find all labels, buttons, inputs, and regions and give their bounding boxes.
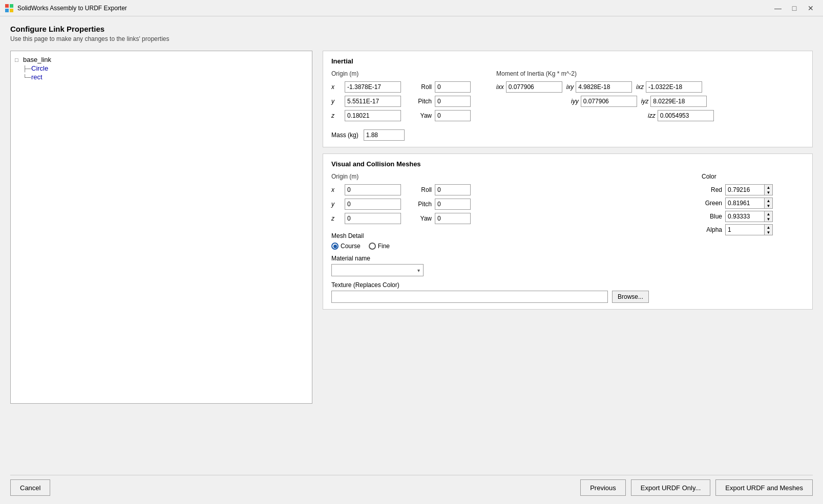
- z-row: z: [331, 110, 401, 121]
- body-area: □ base_link ├─ Circle └─ rect Inertial: [10, 51, 813, 471]
- page-title: Configure Link Properties: [10, 25, 813, 33]
- minimize-button[interactable]: —: [771, 3, 785, 13]
- mass-row: Mass (kg): [331, 129, 804, 141]
- vcm-yaw-input[interactable]: [435, 213, 471, 224]
- chevron-down-icon: ▾: [417, 268, 420, 273]
- ixy-input[interactable]: [576, 81, 632, 93]
- iyz-cell: iyz: [641, 96, 707, 107]
- blue-up-button[interactable]: ▲: [764, 211, 772, 216]
- vcm-roll-label: Roll: [416, 186, 432, 193]
- blue-spinner: ▲ ▼: [764, 211, 772, 222]
- y-label: y: [331, 98, 342, 105]
- close-button[interactable]: ✕: [804, 3, 818, 13]
- fine-radio-circle[interactable]: [369, 243, 376, 250]
- export-urdf-meshes-button[interactable]: Export URDF and Meshes: [715, 479, 813, 496]
- tree-root-item[interactable]: □ base_link: [15, 55, 308, 64]
- vcm-roll-row: Roll: [416, 184, 471, 195]
- window-title: SolidWorks Assembly to URDF Exporter: [17, 5, 771, 12]
- moi-row-3: izz: [496, 110, 714, 121]
- vcm-pitch-label: Pitch: [416, 201, 432, 208]
- svg-rect-3: [10, 9, 13, 12]
- alpha-label: Alpha: [702, 226, 722, 233]
- course-radio-circle[interactable]: [331, 243, 339, 250]
- ixx-label: ixx: [496, 83, 504, 91]
- red-label: Red: [702, 186, 722, 193]
- izz-input[interactable]: [658, 110, 714, 121]
- vcm-pitch-input[interactable]: [435, 199, 471, 210]
- iyy-input[interactable]: [581, 96, 637, 107]
- alpha-row: Alpha ▲ ▼: [702, 224, 804, 235]
- red-down-button[interactable]: ▼: [764, 190, 772, 195]
- roll-row: Roll: [416, 81, 471, 93]
- vcm-grid: Origin (m) x y: [331, 173, 804, 303]
- blue-down-button[interactable]: ▼: [764, 216, 772, 222]
- tree-child-rect[interactable]: └─ rect: [23, 73, 308, 81]
- vcm-x-label: x: [331, 186, 342, 193]
- previous-button[interactable]: Previous: [580, 479, 626, 496]
- mass-label: Mass (kg): [331, 132, 358, 139]
- tree-toggle-icon[interactable]: □: [15, 57, 23, 63]
- tree-connector-rect-icon: └─: [23, 74, 31, 80]
- fine-radio[interactable]: Fine: [369, 243, 390, 250]
- tree-root-label[interactable]: base_link: [23, 56, 51, 63]
- tree-connector-icon: ├─: [23, 65, 31, 72]
- ixz-label: ixz: [636, 83, 644, 91]
- vcm-left: Origin (m) x y: [331, 173, 671, 303]
- export-urdf-button[interactable]: Export URDF Only...: [631, 479, 711, 496]
- material-section: Material name ▾: [331, 255, 671, 276]
- vcm-roll-input[interactable]: [435, 184, 471, 195]
- vcm-z-input[interactable]: [345, 213, 401, 224]
- vcm-y-row: y: [331, 199, 401, 210]
- ixz-input[interactable]: [646, 81, 702, 93]
- red-row: Red ▲ ▼: [702, 184, 804, 195]
- vcm-x-input[interactable]: [345, 184, 401, 195]
- green-down-button[interactable]: ▼: [764, 203, 772, 208]
- iyz-input[interactable]: [650, 96, 707, 107]
- green-input-wrap: ▲ ▼: [725, 198, 773, 209]
- green-up-button[interactable]: ▲: [764, 198, 772, 203]
- cancel-button[interactable]: Cancel: [10, 479, 50, 496]
- alpha-input[interactable]: [726, 225, 764, 235]
- izz-label: izz: [648, 112, 656, 119]
- pitch-input[interactable]: [435, 96, 471, 107]
- alpha-up-button[interactable]: ▲: [764, 225, 772, 230]
- mesh-detail-section: Mesh Detail Course Fine: [331, 232, 671, 250]
- ixy-label: ixy: [566, 83, 574, 91]
- maximize-button[interactable]: □: [787, 3, 801, 13]
- bottom-bar: Cancel Previous Export URDF Only... Expo…: [10, 475, 813, 496]
- red-input[interactable]: [726, 185, 764, 195]
- ixx-input[interactable]: [506, 81, 562, 93]
- green-spinner: ▲ ▼: [764, 198, 772, 208]
- y-input[interactable]: [345, 96, 401, 107]
- roll-input[interactable]: [435, 81, 471, 93]
- xyz-fields: x y z: [331, 81, 401, 124]
- moi-block: Moment of Inertia (Kg * m^-2) ixx ixy: [496, 70, 714, 124]
- browse-button[interactable]: Browse...: [612, 291, 649, 303]
- vcm-section: Visual and Collision Meshes Origin (m) x: [323, 154, 813, 310]
- vcm-y-input[interactable]: [345, 199, 401, 210]
- blue-input[interactable]: [726, 211, 764, 222]
- material-dropdown[interactable]: ▾: [331, 264, 424, 276]
- origin-label: Origin (m): [331, 70, 471, 77]
- red-up-button[interactable]: ▲: [764, 185, 772, 190]
- texture-input[interactable]: [331, 291, 608, 303]
- vcm-right: Color Red ▲ ▼ Gr: [702, 173, 804, 303]
- x-input[interactable]: [345, 81, 401, 93]
- mass-input[interactable]: [364, 129, 405, 141]
- ixz-cell: ixz: [636, 81, 702, 93]
- z-input[interactable]: [345, 110, 401, 121]
- green-input[interactable]: [726, 198, 764, 208]
- yaw-input[interactable]: [435, 110, 471, 121]
- alpha-input-wrap: ▲ ▼: [725, 224, 773, 235]
- course-radio[interactable]: Course: [331, 243, 361, 250]
- inertial-section-title: Inertial: [331, 57, 804, 65]
- moi-label: Moment of Inertia (Kg * m^-2): [496, 70, 714, 77]
- tree-child-circle[interactable]: ├─ Circle: [23, 64, 308, 73]
- right-panel: Inertial Origin (m) x: [323, 51, 813, 471]
- vcm-origin-label: Origin (m): [331, 173, 671, 180]
- window-controls: — □ ✕: [771, 3, 818, 13]
- alpha-down-button[interactable]: ▼: [764, 230, 772, 235]
- inertial-section: Inertial Origin (m) x: [323, 51, 813, 147]
- bottom-right: Previous Export URDF Only... Export URDF…: [580, 479, 813, 496]
- x-row: x: [331, 81, 401, 93]
